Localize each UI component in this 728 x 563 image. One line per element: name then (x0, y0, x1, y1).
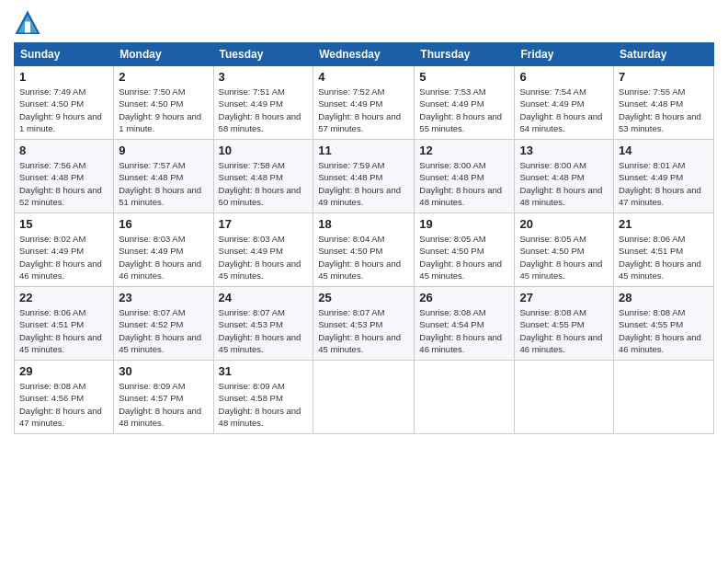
day-number: 10 (219, 144, 309, 157)
day-number: 28 (619, 291, 709, 304)
calendar-day-cell (515, 361, 614, 434)
day-detail: Sunrise: 8:00 AMSunset: 4:48 PMDaylight:… (419, 159, 509, 208)
day-number: 17 (219, 217, 309, 231)
day-number: 14 (619, 144, 709, 157)
day-number: 13 (519, 144, 609, 157)
calendar-day-cell: 6Sunrise: 7:54 AMSunset: 4:49 PMDaylight… (515, 66, 614, 140)
day-number: 24 (219, 291, 309, 304)
day-detail: Sunrise: 8:09 AMSunset: 4:57 PMDaylight:… (119, 380, 208, 429)
calendar-table: SundayMondayTuesdayWednesdayThursdayFrid… (14, 42, 714, 434)
calendar-day-cell (313, 361, 415, 434)
calendar-day-cell: 4Sunrise: 7:52 AMSunset: 4:49 PMDaylight… (313, 66, 415, 140)
day-number: 22 (19, 291, 108, 304)
calendar-day-cell: 30Sunrise: 8:09 AMSunset: 4:57 PMDayligh… (114, 361, 213, 434)
calendar-week-row: 29Sunrise: 8:08 AMSunset: 4:56 PMDayligh… (15, 361, 714, 434)
day-detail: Sunrise: 8:09 AMSunset: 4:58 PMDaylight:… (219, 380, 309, 429)
column-header-tuesday: Tuesday (213, 43, 313, 66)
day-number: 4 (318, 70, 409, 84)
day-number: 15 (19, 217, 108, 231)
calendar-day-cell: 12Sunrise: 8:00 AMSunset: 4:48 PMDayligh… (415, 140, 515, 213)
day-number: 25 (318, 291, 409, 304)
calendar-day-cell: 7Sunrise: 7:55 AMSunset: 4:48 PMDaylight… (614, 66, 714, 140)
day-detail: Sunrise: 7:53 AMSunset: 4:49 PMDaylight:… (419, 86, 509, 134)
logo-icon (14, 9, 41, 37)
day-detail: Sunrise: 7:54 AMSunset: 4:49 PMDaylight:… (519, 86, 609, 134)
calendar-week-row: 8Sunrise: 7:56 AMSunset: 4:48 PMDaylight… (15, 140, 714, 213)
day-number: 30 (119, 364, 208, 378)
column-header-friday: Friday (515, 43, 614, 66)
logo (14, 9, 45, 37)
day-detail: Sunrise: 8:07 AMSunset: 4:53 PMDaylight:… (219, 306, 309, 355)
day-number: 7 (619, 70, 709, 84)
day-detail: Sunrise: 8:05 AMSunset: 4:50 PMDaylight:… (419, 233, 509, 282)
calendar-day-cell: 5Sunrise: 7:53 AMSunset: 4:49 PMDaylight… (415, 66, 515, 140)
day-number: 12 (419, 144, 509, 157)
calendar-day-cell: 23Sunrise: 8:07 AMSunset: 4:52 PMDayligh… (114, 287, 213, 361)
calendar-day-cell: 20Sunrise: 8:05 AMSunset: 4:50 PMDayligh… (515, 213, 614, 287)
day-number: 1 (19, 70, 108, 84)
day-number: 9 (119, 144, 208, 157)
day-detail: Sunrise: 8:08 AMSunset: 4:56 PMDaylight:… (19, 380, 108, 429)
calendar-day-cell (415, 361, 515, 434)
calendar-day-cell: 1Sunrise: 7:49 AMSunset: 4:50 PMDaylight… (15, 66, 114, 140)
day-detail: Sunrise: 8:07 AMSunset: 4:52 PMDaylight:… (119, 306, 208, 355)
day-detail: Sunrise: 7:51 AMSunset: 4:49 PMDaylight:… (219, 86, 309, 134)
svg-rect-2 (25, 22, 30, 33)
day-number: 29 (19, 364, 108, 378)
calendar-day-cell: 24Sunrise: 8:07 AMSunset: 4:53 PMDayligh… (213, 287, 313, 361)
calendar-day-cell: 17Sunrise: 8:03 AMSunset: 4:49 PMDayligh… (213, 213, 313, 287)
day-detail: Sunrise: 8:06 AMSunset: 4:51 PMDaylight:… (19, 306, 108, 355)
day-detail: Sunrise: 8:08 AMSunset: 4:55 PMDaylight:… (519, 306, 609, 355)
calendar-week-row: 15Sunrise: 8:02 AMSunset: 4:49 PMDayligh… (15, 213, 714, 287)
day-detail: Sunrise: 7:55 AMSunset: 4:48 PMDaylight:… (619, 86, 709, 134)
calendar-day-cell: 18Sunrise: 8:04 AMSunset: 4:50 PMDayligh… (313, 213, 415, 287)
day-number: 5 (419, 70, 509, 84)
calendar-day-cell: 19Sunrise: 8:05 AMSunset: 4:50 PMDayligh… (415, 213, 515, 287)
day-detail: Sunrise: 8:08 AMSunset: 4:54 PMDaylight:… (419, 306, 509, 355)
calendar-week-row: 22Sunrise: 8:06 AMSunset: 4:51 PMDayligh… (15, 287, 714, 361)
day-detail: Sunrise: 8:02 AMSunset: 4:49 PMDaylight:… (19, 233, 108, 282)
day-detail: Sunrise: 8:03 AMSunset: 4:49 PMDaylight:… (119, 233, 208, 282)
day-detail: Sunrise: 8:08 AMSunset: 4:55 PMDaylight:… (619, 306, 709, 355)
day-number: 23 (119, 291, 208, 304)
page-header (14, 9, 714, 37)
calendar-day-cell: 28Sunrise: 8:08 AMSunset: 4:55 PMDayligh… (614, 287, 714, 361)
day-detail: Sunrise: 8:07 AMSunset: 4:53 PMDaylight:… (318, 306, 409, 355)
calendar-day-cell: 26Sunrise: 8:08 AMSunset: 4:54 PMDayligh… (415, 287, 515, 361)
page-container: SundayMondayTuesdayWednesdayThursdayFrid… (0, 0, 728, 563)
day-detail: Sunrise: 7:59 AMSunset: 4:48 PMDaylight:… (318, 159, 409, 208)
day-number: 8 (19, 144, 108, 157)
day-number: 26 (419, 291, 509, 304)
day-detail: Sunrise: 8:05 AMSunset: 4:50 PMDaylight:… (519, 233, 609, 282)
calendar-day-cell: 10Sunrise: 7:58 AMSunset: 4:48 PMDayligh… (213, 140, 313, 213)
day-number: 21 (619, 217, 709, 231)
day-detail: Sunrise: 7:58 AMSunset: 4:48 PMDaylight:… (219, 159, 309, 208)
day-number: 3 (219, 70, 309, 84)
day-detail: Sunrise: 8:00 AMSunset: 4:48 PMDaylight:… (519, 159, 609, 208)
day-detail: Sunrise: 8:04 AMSunset: 4:50 PMDaylight:… (318, 233, 409, 282)
calendar-day-cell: 14Sunrise: 8:01 AMSunset: 4:49 PMDayligh… (614, 140, 714, 213)
column-header-sunday: Sunday (15, 43, 114, 66)
calendar-day-cell: 16Sunrise: 8:03 AMSunset: 4:49 PMDayligh… (114, 213, 213, 287)
column-header-monday: Monday (114, 43, 213, 66)
column-header-saturday: Saturday (614, 43, 714, 66)
calendar-day-cell: 11Sunrise: 7:59 AMSunset: 4:48 PMDayligh… (313, 140, 415, 213)
day-detail: Sunrise: 7:52 AMSunset: 4:49 PMDaylight:… (318, 86, 409, 134)
calendar-day-cell: 2Sunrise: 7:50 AMSunset: 4:50 PMDaylight… (114, 66, 213, 140)
calendar-day-cell: 3Sunrise: 7:51 AMSunset: 4:49 PMDaylight… (213, 66, 313, 140)
day-detail: Sunrise: 7:49 AMSunset: 4:50 PMDaylight:… (19, 86, 108, 134)
calendar-week-row: 1Sunrise: 7:49 AMSunset: 4:50 PMDaylight… (15, 66, 714, 140)
day-detail: Sunrise: 8:03 AMSunset: 4:49 PMDaylight:… (219, 233, 309, 282)
day-detail: Sunrise: 8:06 AMSunset: 4:51 PMDaylight:… (619, 233, 709, 282)
day-number: 19 (419, 217, 509, 231)
column-header-wednesday: Wednesday (313, 43, 415, 66)
calendar-day-cell: 22Sunrise: 8:06 AMSunset: 4:51 PMDayligh… (15, 287, 114, 361)
day-number: 31 (219, 364, 309, 378)
calendar-day-cell: 15Sunrise: 8:02 AMSunset: 4:49 PMDayligh… (15, 213, 114, 287)
day-number: 2 (119, 70, 208, 84)
calendar-day-cell: 13Sunrise: 8:00 AMSunset: 4:48 PMDayligh… (515, 140, 614, 213)
calendar-day-cell: 27Sunrise: 8:08 AMSunset: 4:55 PMDayligh… (515, 287, 614, 361)
day-detail: Sunrise: 7:50 AMSunset: 4:50 PMDaylight:… (119, 86, 208, 134)
day-number: 18 (318, 217, 409, 231)
day-detail: Sunrise: 8:01 AMSunset: 4:49 PMDaylight:… (619, 159, 709, 208)
